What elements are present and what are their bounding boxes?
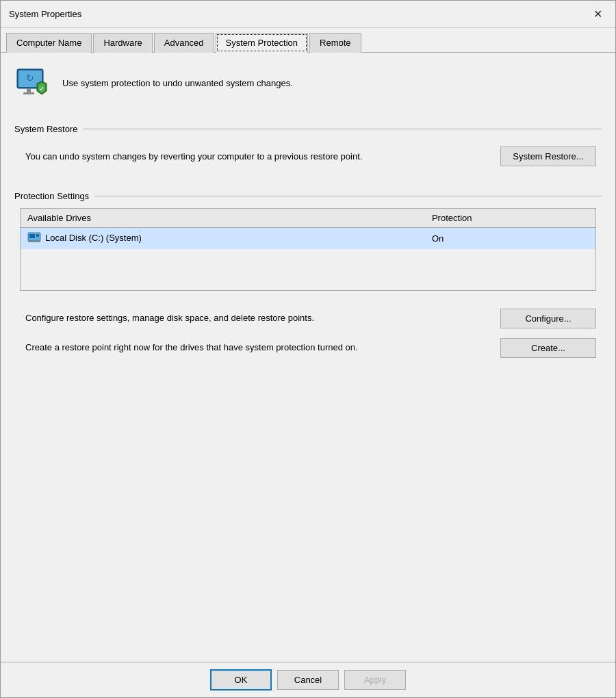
configure-button[interactable]: Configure... [500, 309, 596, 328]
tabs-bar: Computer Name Hardware Advanced System P… [1, 28, 615, 53]
create-row: Create a restore point right now for the… [25, 338, 596, 358]
svg-rect-11 [28, 241, 40, 242]
svg-text:✓: ✓ [39, 86, 44, 92]
protection-settings-label: Protection Settings [14, 191, 89, 201]
title-bar: System Properties ✕ [1, 1, 615, 28]
create-description: Create a restore point right now for the… [25, 341, 489, 354]
protection-settings-section: Protection Settings Available Drives Pro… [14, 191, 602, 363]
configure-row: Configure restore settings, manage disk … [25, 309, 596, 328]
svg-rect-3 [23, 92, 34, 94]
svg-rect-9 [29, 234, 35, 238]
drives-table-wrapper: Available Drives Protection [14, 208, 602, 291]
svg-rect-10 [36, 234, 39, 237]
drive-row[interactable]: Local Disk (C:) (System) On [21, 228, 596, 250]
header-section: ✓ ↻ Use system protection to undo unwant… [14, 64, 602, 110]
dialog-footer: OK Cancel Apply [1, 662, 615, 697]
tab-hardware[interactable]: Hardware [93, 33, 152, 53]
system-restore-label: System Restore [14, 124, 77, 134]
system-restore-divider [83, 129, 602, 129]
system-protection-icon: ✓ ↻ [14, 64, 53, 102]
ok-button[interactable]: OK [210, 669, 272, 690]
protection-settings-label-row: Protection Settings [14, 191, 602, 201]
close-button[interactable]: ✕ [588, 5, 607, 24]
window-title: System Properties [9, 9, 81, 19]
drives-table: Available Drives Protection [20, 208, 596, 291]
system-properties-dialog: System Properties ✕ Computer Name Hardwa… [0, 0, 616, 698]
drive-name: Local Disk (C:) (System) [45, 233, 142, 243]
local-disk-icon [27, 232, 41, 243]
create-button[interactable]: Create... [500, 338, 596, 358]
empty-row-2 [21, 270, 596, 290]
system-restore-label-row: System Restore [14, 124, 602, 134]
svg-rect-2 [27, 88, 31, 92]
svg-text:↻: ↻ [26, 73, 34, 83]
tab-system-protection[interactable]: System Protection [216, 33, 309, 53]
system-restore-row: You can undo system changes by reverting… [25, 146, 596, 166]
empty-row-1 [21, 249, 596, 270]
tab-remote[interactable]: Remote [309, 33, 361, 53]
drive-name-cell: Local Disk (C:) (System) [21, 228, 425, 250]
tab-advanced[interactable]: Advanced [154, 33, 214, 53]
spacer-1 [14, 184, 602, 191]
system-restore-section: System Restore You can undo system chang… [14, 124, 602, 172]
cancel-button[interactable]: Cancel [277, 670, 339, 690]
system-restore-description: You can undo system changes by reverting… [25, 150, 489, 164]
tab-computer-name[interactable]: Computer Name [6, 33, 92, 53]
apply-button[interactable]: Apply [344, 670, 406, 690]
header-description: Use system protection to undo unwanted s… [62, 78, 293, 88]
col-available-drives: Available Drives [21, 209, 425, 228]
system-restore-body: You can undo system changes by reverting… [14, 141, 602, 172]
protection-settings-divider [94, 196, 602, 196]
drive-icon-group: Local Disk (C:) (System) [27, 232, 142, 243]
configure-section: Configure restore settings, manage disk … [14, 294, 602, 363]
tab-content: ✓ ↻ Use system protection to undo unwant… [1, 53, 615, 662]
drive-protection-cell: On [425, 228, 596, 250]
configure-description: Configure restore settings, manage disk … [25, 311, 489, 325]
col-protection: Protection [425, 209, 596, 228]
system-restore-button[interactable]: System Restore... [500, 146, 596, 166]
